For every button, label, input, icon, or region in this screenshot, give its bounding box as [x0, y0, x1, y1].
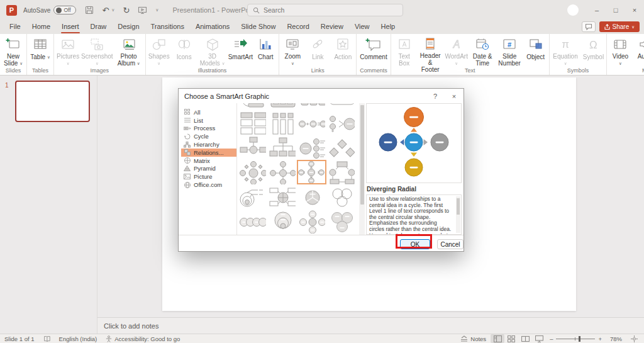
category-pyramid[interactable]: Pyramid	[181, 165, 236, 173]
category-list[interactable]: List	[181, 116, 236, 125]
comment-button[interactable]: Comment	[357, 34, 389, 67]
zoom-out-button[interactable]: –	[550, 335, 553, 342]
smartart-thumbnail[interactable]	[297, 111, 326, 135]
customize-toolbar-chevron-icon[interactable]: ∨	[155, 8, 158, 13]
chart-button[interactable]: Chart	[253, 34, 278, 67]
smartart-thumbnail[interactable]	[267, 209, 297, 233]
fit-slide-button[interactable]	[626, 334, 644, 343]
category-process[interactable]: Process	[181, 125, 236, 133]
smartart-thumbnail[interactable]	[297, 103, 326, 111]
user-avatar[interactable]	[567, 4, 579, 16]
table-button[interactable]: Table ∨	[28, 34, 53, 67]
date-time-button[interactable]: Date & Time	[469, 34, 496, 67]
tab-insert[interactable]: Insert	[56, 20, 85, 34]
tab-home[interactable]: Home	[26, 20, 56, 34]
normal-view-button[interactable]	[491, 334, 504, 343]
tab-draw[interactable]: Draw	[85, 20, 113, 34]
minimize-button[interactable]: –	[587, 0, 606, 20]
smartart-thumbnail[interactable]	[326, 184, 356, 209]
share-button[interactable]: Share ∨	[599, 21, 640, 32]
search-input[interactable]	[264, 6, 389, 14]
category-hierarchy[interactable]: Hierarchy	[181, 140, 236, 149]
zoom-button[interactable]: Zoom ∨	[280, 34, 305, 67]
smartart-thumbnail[interactable]	[326, 135, 356, 160]
smartart-thumbnail[interactable]	[267, 111, 297, 135]
smartart-thumbnail[interactable]	[267, 184, 297, 209]
smartart-thumbnail[interactable]	[297, 184, 326, 209]
save-button[interactable]	[85, 6, 94, 14]
grid-scrollbar[interactable]	[359, 103, 365, 235]
notes-toggle-button[interactable]: Notes	[456, 334, 491, 343]
smartart-thumbnail[interactable]	[238, 160, 267, 184]
category-office-com[interactable]: Office.com	[181, 181, 236, 189]
category-matrix[interactable]: Matrix	[181, 157, 236, 165]
comments-button[interactable]	[582, 21, 596, 32]
notes-pane[interactable]: Click to add notes	[97, 317, 644, 334]
new-slide-button[interactable]: New Slide ∨	[1, 34, 26, 67]
object-button[interactable]: Object	[523, 34, 548, 67]
tab-design[interactable]: Design	[112, 20, 145, 34]
category-relationship[interactable]: Relations...	[181, 149, 236, 157]
language-button[interactable]: English (India)	[55, 334, 102, 343]
smartart-thumbnail[interactable]	[297, 209, 326, 233]
smartart-thumbnail[interactable]	[238, 135, 267, 160]
close-button[interactable]: ×	[625, 0, 644, 20]
category-cycle[interactable]: Cycle	[181, 132, 236, 140]
smartart-thumbnail[interactable]	[238, 111, 267, 135]
video-button[interactable]: Video ∨	[608, 34, 633, 67]
tab-slide-show[interactable]: Slide Show	[235, 20, 281, 34]
slide-sorter-view-button[interactable]	[504, 334, 518, 343]
audio-button[interactable]: Audio ∨	[633, 34, 644, 67]
smartart-thumbnail[interactable]	[238, 209, 267, 233]
smartart-thumbnail[interactable]	[326, 111, 356, 135]
tab-help[interactable]: Help	[375, 20, 401, 34]
spell-check-button[interactable]	[39, 334, 55, 343]
description-scrollbar[interactable]	[456, 196, 460, 233]
tab-animations[interactable]: Animations	[190, 20, 235, 34]
dialog-help-button[interactable]: ?	[426, 89, 445, 103]
autosave-toggle[interactable]: AutoSave Off	[23, 6, 76, 14]
smartart-thumbnail[interactable]	[267, 103, 297, 111]
tab-view[interactable]: View	[349, 20, 375, 34]
photo-album-button[interactable]: Photo Album ∨	[113, 34, 144, 67]
smartart-thumbnail[interactable]	[238, 184, 267, 209]
tab-record[interactable]: Record	[281, 20, 314, 34]
zoom-slider-thumb[interactable]	[579, 336, 580, 342]
undo-button[interactable]: ↶	[102, 6, 109, 14]
category-all[interactable]: All	[181, 108, 236, 116]
ok-button[interactable]: OK	[400, 239, 430, 249]
reading-view-button[interactable]	[518, 334, 532, 343]
undo-chevron-icon[interactable]: ∨	[111, 8, 114, 13]
notes-icon	[460, 335, 468, 342]
smartart-thumbnail[interactable]	[238, 103, 267, 111]
smartart-thumbnail[interactable]	[326, 160, 356, 184]
smartart-thumbnail[interactable]	[267, 135, 297, 160]
zoom-slider[interactable]	[556, 339, 595, 339]
redo-button[interactable]: ↻	[123, 6, 130, 14]
maximize-button[interactable]: □	[606, 0, 625, 20]
slide-number-button[interactable]: # Slide Number	[496, 34, 523, 67]
tab-review[interactable]: Review	[315, 20, 349, 34]
smartart-button[interactable]: SmartArt	[228, 34, 253, 67]
category-picture[interactable]: Picture	[181, 172, 236, 181]
smartart-thumbnail[interactable]	[326, 209, 356, 233]
zoom-in-button[interactable]: +	[598, 335, 602, 342]
smartart-thumbnail[interactable]	[267, 160, 297, 184]
scrollbar-thumb[interactable]	[360, 105, 364, 205]
tab-transitions[interactable]: Transitions	[145, 20, 190, 34]
dialog-close-button[interactable]: ×	[445, 89, 464, 103]
cancel-button[interactable]: Cancel	[437, 239, 464, 249]
smartart-thumbnail-diverging-radial[interactable]	[297, 160, 326, 184]
smartart-thumbnail[interactable]	[326, 103, 356, 111]
scrollbar-thumb[interactable]	[457, 198, 460, 215]
autosave-switch[interactable]: Off	[53, 6, 76, 14]
header-footer-button[interactable]: Header & Footer	[417, 34, 444, 67]
slide-thumbnail[interactable]	[15, 81, 90, 122]
search-bar[interactable]	[247, 4, 403, 16]
tab-file[interactable]: File	[4, 20, 26, 34]
smartart-thumbnail[interactable]	[297, 135, 326, 160]
zoom-level-button[interactable]: 78%	[606, 334, 626, 343]
accessibility-button[interactable]: Accessibility: Good to go	[101, 334, 184, 343]
start-presentation-button[interactable]	[138, 6, 147, 14]
slide-show-button[interactable]	[532, 334, 546, 343]
